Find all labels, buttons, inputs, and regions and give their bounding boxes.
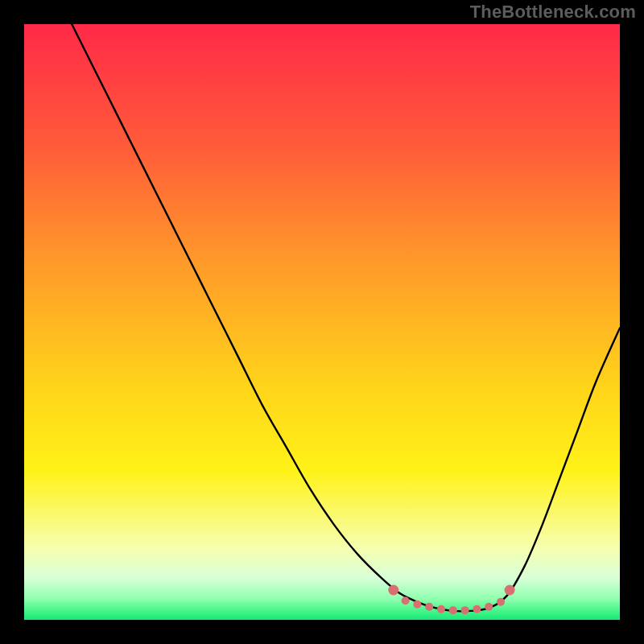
optimal-dot [425, 603, 433, 611]
optimal-dot [505, 585, 515, 596]
optimal-dot [461, 606, 469, 614]
plot-area [24, 24, 620, 620]
watermark-text: TheBottleneck.com [470, 2, 636, 23]
optimal-dot [402, 597, 410, 605]
optimal-dot [449, 606, 457, 614]
optimal-dot [437, 605, 445, 613]
chart-frame: TheBottleneck.com [0, 0, 644, 644]
optimal-dot [388, 585, 398, 596]
bottleneck-chart-svg [24, 24, 620, 620]
optimal-dot [497, 598, 505, 606]
gradient-background [24, 24, 620, 620]
optimal-dot [413, 601, 421, 609]
optimal-dot [473, 605, 481, 613]
optimal-dot [485, 603, 493, 611]
